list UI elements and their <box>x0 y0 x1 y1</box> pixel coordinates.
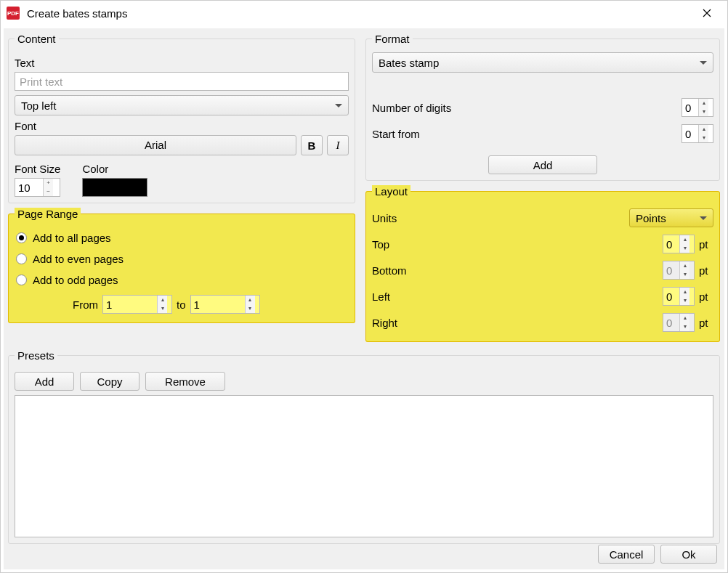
italic-button[interactable]: I <box>327 135 349 155</box>
unit-suffix: pt <box>699 290 713 303</box>
units-label: Units <box>372 212 397 224</box>
presets-add-button[interactable]: Add <box>15 372 74 391</box>
top-spinner[interactable]: ▴▾ <box>663 235 695 253</box>
position-value: Top left <box>21 99 56 112</box>
spin-down-icon[interactable]: ▾ <box>680 244 689 253</box>
digits-spinner[interactable]: ▴▾ <box>682 98 713 117</box>
presets-group: Presets Add Copy Remove <box>8 349 720 544</box>
bold-button[interactable]: B <box>301 135 323 155</box>
left-spinner[interactable]: ▴▾ <box>663 287 695 306</box>
content-group: Content Text Top left Font Arial B I <box>8 33 355 203</box>
start-label: Start from <box>372 128 420 140</box>
chevron-down-icon <box>335 104 342 107</box>
spin-down-icon[interactable]: ▾ <box>699 134 708 142</box>
start-input[interactable] <box>682 125 698 142</box>
text-label: Text <box>15 57 349 69</box>
radio-icon <box>16 253 27 264</box>
top-input[interactable] <box>663 235 679 253</box>
bottom-label: Bottom <box>372 264 407 277</box>
spin-up-icon[interactable]: ▴ <box>680 235 689 244</box>
presets-remove-button[interactable]: Remove <box>145 372 225 391</box>
format-add-button[interactable]: Add <box>488 155 597 174</box>
font-size-input[interactable] <box>15 179 43 196</box>
spin-up-icon[interactable]: ▴ <box>680 288 689 296</box>
ok-button[interactable]: Ok <box>660 545 717 564</box>
right-input <box>663 314 679 331</box>
right-label: Right <box>372 317 397 329</box>
spin-up-icon[interactable]: + <box>44 179 53 187</box>
spin-up-icon: ▴ <box>680 314 689 322</box>
cancel-button[interactable]: Cancel <box>598 545 655 564</box>
bottom-input <box>663 261 679 279</box>
from-spinner[interactable]: ▴▾ <box>102 295 172 314</box>
dialog-body: Content Text Top left Font Arial B I <box>4 28 724 569</box>
font-dropdown[interactable]: Arial <box>15 135 296 155</box>
position-dropdown[interactable]: Top left <box>15 95 349 115</box>
spin-down-icon[interactable]: ▾ <box>699 107 708 116</box>
spin-up-icon[interactable]: ▴ <box>699 125 708 134</box>
layout-group: Layout Units Points Top <box>365 185 720 342</box>
top-label: Top <box>372 238 389 251</box>
radio-all-pages[interactable]: Add to all pages <box>15 227 349 248</box>
spin-down-icon[interactable]: ▾ <box>246 304 255 313</box>
presets-copy-button[interactable]: Copy <box>80 372 139 391</box>
color-picker[interactable] <box>82 178 147 197</box>
text-input[interactable] <box>15 72 349 91</box>
presets-legend: Presets <box>15 349 57 362</box>
radio-label: Add to even pages <box>33 253 124 265</box>
radio-odd-pages[interactable]: Add to odd pages <box>15 269 349 290</box>
start-spinner[interactable]: ▴▾ <box>682 124 713 143</box>
radio-even-pages[interactable]: Add to even pages <box>15 248 349 269</box>
radio-label: Add to odd pages <box>33 274 118 286</box>
format-legend: Format <box>372 33 413 45</box>
radio-icon <box>16 232 27 243</box>
format-type-value: Bates stamp <box>379 57 439 69</box>
window-title: Create bates stamps <box>27 7 692 20</box>
units-value: Points <box>636 212 666 224</box>
spin-down-icon: ▾ <box>680 322 689 331</box>
unit-suffix: pt <box>699 238 713 251</box>
font-label: Font <box>15 120 349 132</box>
format-type-dropdown[interactable]: Bates stamp <box>372 52 713 73</box>
to-input[interactable] <box>191 296 245 313</box>
font-size-label: Font Size <box>15 163 60 175</box>
radio-label: Add to all pages <box>33 232 111 244</box>
bottom-spinner: ▴▾ <box>663 261 695 280</box>
spin-down-icon[interactable]: − <box>44 187 53 196</box>
layout-legend: Layout <box>372 185 410 198</box>
unit-suffix: pt <box>699 317 713 329</box>
titlebar: PDF Create bates stamps <box>1 1 727 25</box>
color-label: Color <box>82 163 147 175</box>
app-icon: PDF <box>7 7 20 20</box>
digits-input[interactable] <box>682 99 698 116</box>
dialog-footer: Cancel Ok <box>598 545 717 564</box>
chevron-down-icon <box>700 61 707 65</box>
page-range-group: Page Range Add to all pages Add to even … <box>8 208 355 323</box>
spin-up-icon[interactable]: ▴ <box>699 99 708 107</box>
spin-down-icon[interactable]: ▾ <box>158 304 167 313</box>
spin-down-icon: ▾ <box>680 270 689 279</box>
spin-down-icon[interactable]: ▾ <box>680 296 689 305</box>
digits-label: Number of digits <box>372 102 451 114</box>
close-icon[interactable] <box>692 3 721 23</box>
to-label: to <box>177 298 186 311</box>
chevron-down-icon <box>700 216 707 220</box>
content-legend: Content <box>15 33 59 45</box>
left-label: Left <box>372 290 390 303</box>
unit-suffix: pt <box>699 264 713 277</box>
spin-up-icon[interactable]: ▴ <box>246 296 255 304</box>
dialog-window: PDF Create bates stamps Content Text Top… <box>0 0 728 573</box>
page-range-legend: Page Range <box>15 208 81 220</box>
format-group: Format Bates stamp Number of digits ▴▾ <box>365 33 720 181</box>
left-input[interactable] <box>663 288 679 305</box>
font-size-spinner[interactable]: +− <box>15 178 60 197</box>
spin-up-icon: ▴ <box>680 261 689 270</box>
radio-icon <box>16 275 27 285</box>
to-spinner[interactable]: ▴▾ <box>190 295 260 314</box>
from-input[interactable] <box>103 296 157 313</box>
right-spinner: ▴▾ <box>663 313 695 332</box>
from-label: From <box>73 298 98 311</box>
spin-up-icon[interactable]: ▴ <box>158 296 167 304</box>
presets-list[interactable] <box>15 395 713 537</box>
units-dropdown[interactable]: Points <box>629 208 713 227</box>
